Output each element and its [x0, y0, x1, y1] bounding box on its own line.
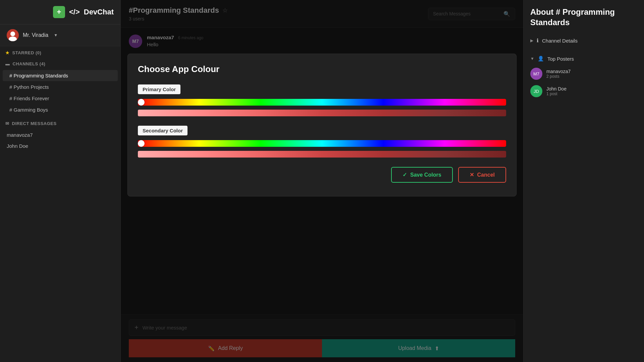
right-sidebar: About # Programming Standards ▶ ℹ Channe…: [523, 0, 644, 362]
modal-title: Choose App Colour: [138, 64, 506, 74]
info-icon: ℹ: [537, 38, 539, 44]
svg-point-1: [10, 32, 15, 36]
user-row[interactable]: Mr. Viradia ▼: [0, 24, 120, 46]
channels-label: ▬ CHANNELS (4): [5, 61, 115, 66]
x-icon: ✕: [470, 172, 474, 178]
chevron-right-icon: ▶: [530, 38, 533, 43]
dm-section: ✉ DIRECT MESSAGES: [0, 117, 120, 128]
app-title: DevChat: [84, 8, 114, 16]
poster-name: John Doe: [546, 86, 567, 92]
secondary-color-section: Secondary Color: [138, 126, 506, 158]
cancel-button[interactable]: ✕ Cancel: [458, 167, 506, 183]
dm-icon: ✉: [5, 121, 9, 126]
check-icon: ✓: [402, 172, 407, 178]
primary-alpha-track[interactable]: [138, 110, 506, 116]
poster-item: M7 manavoza7 2 posts: [530, 65, 637, 82]
users-icon: 👤: [538, 56, 544, 62]
poster-name: manavoza7: [546, 69, 571, 74]
choose-color-modal: Choose App Colour Primary Color Secondar…: [127, 54, 517, 196]
sidebar-header: + </> DevChat: [0, 0, 120, 24]
primary-hue-slider[interactable]: [138, 99, 506, 106]
poster-item: JD John Doe 1 post: [530, 82, 637, 100]
primary-color-label: Primary Color: [138, 84, 180, 94]
top-posters-section: ▼ 👤 Top Posters M7 manavoza7 2 posts JD …: [530, 52, 637, 100]
dm-label: ✉ DIRECT MESSAGES: [5, 121, 115, 126]
sidebar-item-gamming-boys[interactable]: # Gamming Boys: [3, 104, 118, 115]
top-posters-label: Top Posters: [547, 56, 574, 62]
channel-details-header[interactable]: ▶ ℹ Channel Details: [530, 34, 637, 47]
add-channel-button[interactable]: +: [53, 6, 65, 18]
channel-details-section: ▶ ℹ Channel Details: [530, 34, 637, 47]
save-colors-label: Save Colors: [410, 172, 441, 178]
secondary-hue-thumb[interactable]: [138, 140, 145, 147]
primary-hue-thumb[interactable]: [138, 99, 145, 106]
user-dropdown-arrow[interactable]: ▼: [54, 33, 58, 38]
dm-item-john-doe[interactable]: John Doe: [0, 140, 120, 152]
poster-count: 2 posts: [546, 74, 571, 79]
channel-details-label: Channel Details: [542, 38, 578, 44]
avatar: JD: [530, 85, 542, 97]
primary-color-section: Primary Color: [138, 84, 506, 116]
dm-list: manavoza7 John Doe: [0, 128, 120, 153]
starred-label: ★ STARRED (0): [5, 50, 115, 55]
username-label: Mr. Viradia: [23, 32, 48, 38]
logo-icon: </>: [69, 8, 80, 16]
channels-section: ▬ CHANNELS (4): [0, 57, 120, 68]
sidebar-item-friends-forever[interactable]: # Friends Forever: [3, 93, 118, 104]
sidebar-item-programming-standards[interactable]: # Programming Standards: [3, 70, 118, 81]
save-colors-button[interactable]: ✓ Save Colors: [391, 167, 452, 183]
secondary-color-label: Secondary Color: [138, 126, 187, 135]
poster-count: 1 post: [546, 92, 567, 96]
secondary-hue-slider[interactable]: [138, 140, 506, 147]
channels-collapse-icon[interactable]: ▬: [5, 61, 10, 66]
sidebar: + </> DevChat Mr. Viradia ▼ ★ STARRED (0…: [0, 0, 121, 362]
secondary-alpha-track[interactable]: [138, 151, 506, 158]
star-icon: ★: [5, 50, 10, 55]
avatar: M7: [530, 68, 542, 80]
starred-section: ★ STARRED (0): [0, 46, 120, 57]
top-posters-header[interactable]: ▼ 👤 Top Posters: [530, 52, 637, 65]
channel-list: # Programming Standards # Python Project…: [0, 68, 120, 117]
modal-buttons: ✓ Save Colors ✕ Cancel: [138, 167, 506, 183]
cancel-label: Cancel: [477, 172, 495, 178]
avatar: [7, 29, 19, 41]
about-title: About # Programming Standards: [530, 7, 637, 27]
main-content: #Programming Standards ☆ 3 users 🔍 M7 ma…: [121, 0, 523, 362]
chevron-down-icon: ▼: [530, 56, 534, 61]
sidebar-item-python-projects[interactable]: # Python Projects: [3, 81, 118, 93]
dm-item-manavoza7[interactable]: manavoza7: [0, 129, 120, 140]
